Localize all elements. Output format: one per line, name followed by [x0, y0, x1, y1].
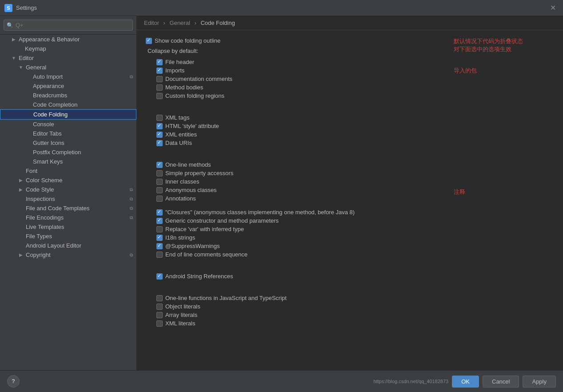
right-panel: Editor › General › Code Folding Show cod…: [137, 16, 563, 370]
sidebar-item-font[interactable]: Font: [0, 166, 136, 176]
inner-classes-label[interactable]: Inner classes: [165, 178, 200, 185]
sidebar-item-android-layout-editor[interactable]: Android Layout Editor: [0, 241, 136, 250]
imports-checkbox[interactable]: [156, 68, 163, 74]
sidebar-item-appearance[interactable]: Appearance: [0, 81, 136, 91]
simple-property-checkbox[interactable]: [156, 170, 163, 176]
inner-classes-checkbox[interactable]: [156, 179, 163, 185]
expand-arrow: ▼: [18, 65, 24, 70]
android-string-ref-label[interactable]: Android String References: [165, 273, 233, 280]
array-literals-checkbox[interactable]: [156, 312, 163, 318]
cb-row-i18n-strings: I18n strings: [156, 233, 554, 242]
one-line-js-label[interactable]: One-line functions in JavaScript and Typ…: [165, 295, 287, 301]
sidebar-item-general[interactable]: ▼ General: [0, 63, 136, 72]
anonymous-classes-label[interactable]: Anonymous classes: [165, 187, 217, 193]
one-line-js-checkbox[interactable]: [156, 295, 163, 301]
cb-row-one-line-js: One-line functions in JavaScript and Typ…: [156, 294, 554, 302]
xml-tags-checkbox[interactable]: [156, 115, 163, 121]
xml-literals-label[interactable]: XML literals: [165, 320, 195, 327]
sidebar-item-appearance-behavior[interactable]: ▶ Appearance & Behavior: [0, 35, 136, 44]
sidebar-item-file-types[interactable]: File Types: [0, 232, 136, 241]
sidebar-item-copyright[interactable]: ▶ Copyright ⧉: [0, 250, 136, 260]
show-folding-checkbox[interactable]: [146, 38, 152, 44]
sidebar-item-label: Appearance: [33, 83, 64, 89]
generic-constructor-label[interactable]: Generic constructor and method parameter…: [165, 217, 279, 224]
simple-property-label[interactable]: Simple property accessors: [165, 170, 233, 176]
annotation-line2: 对下面选中的选项生效: [454, 45, 554, 53]
custom-folding-checkbox[interactable]: [156, 93, 163, 99]
sidebar-item-keymap[interactable]: Keymap: [0, 44, 136, 53]
method-bodies-checkbox[interactable]: [156, 84, 163, 91]
closures-checkbox[interactable]: [156, 209, 163, 216]
eol-comments-checkbox[interactable]: [156, 252, 163, 258]
method-bodies-label[interactable]: Method bodies: [165, 84, 203, 91]
xml-literals-checkbox[interactable]: [156, 320, 163, 327]
sidebar-item-label: Inspections: [26, 196, 55, 202]
sidebar-item-postfix-completion[interactable]: Postfix Completion: [0, 148, 136, 157]
sidebar-item-editor-tabs[interactable]: Editor Tabs: [0, 129, 136, 138]
file-header-checkbox[interactable]: [156, 59, 163, 65]
ok-button[interactable]: OK: [452, 376, 479, 388]
sidebar-item-label: Postfix Completion: [33, 149, 81, 156]
sidebar-item-smart-keys[interactable]: Smart Keys: [0, 157, 136, 166]
cb-row-anonymous-classes: Anonymous classes: [156, 186, 443, 194]
cb-row-html-style: HTML 'style' attribute: [156, 122, 554, 130]
sidebar-item-color-scheme[interactable]: ▶ Color Scheme: [0, 176, 136, 185]
sidebar-item-label: Font: [26, 168, 37, 174]
i18n-strings-label[interactable]: I18n strings: [165, 234, 195, 241]
replace-var-label[interactable]: Replace 'var' with inferred type: [165, 226, 244, 232]
annotations-checkbox[interactable]: [156, 196, 163, 202]
data-uris-checkbox[interactable]: [156, 140, 163, 146]
android-string-ref-checkbox[interactable]: [156, 273, 163, 280]
xml-entities-checkbox[interactable]: [156, 132, 163, 138]
suppress-warnings-label[interactable]: @SuppressWarnings: [165, 243, 220, 249]
content-area: Show code folding outline Collapse by de…: [137, 30, 563, 370]
replace-var-checkbox[interactable]: [156, 226, 163, 232]
search-input[interactable]: [4, 20, 133, 31]
html-style-label[interactable]: HTML 'style' attribute: [165, 123, 219, 129]
close-button[interactable]: ✕: [547, 3, 559, 13]
generic-constructor-checkbox[interactable]: [156, 218, 163, 224]
cb-row-android-string-ref: Android String References: [156, 272, 554, 280]
doc-comments-checkbox[interactable]: [156, 76, 163, 82]
sidebar-item-code-folding[interactable]: Code Folding: [0, 109, 136, 120]
one-line-methods-checkbox[interactable]: [156, 162, 163, 168]
apply-button[interactable]: Apply: [523, 376, 556, 388]
sidebar-item-console[interactable]: Console: [0, 120, 136, 129]
object-literals-checkbox[interactable]: [156, 304, 163, 310]
data-uris-label[interactable]: Data URIs: [165, 140, 192, 146]
sidebar-item-auto-import[interactable]: Auto Import ⧉: [0, 72, 136, 81]
breadcrumb: Editor › General › Code Folding: [137, 16, 563, 30]
sidebar-item-live-templates[interactable]: Live Templates: [0, 222, 136, 232]
custom-folding-label[interactable]: Custom folding regions: [165, 92, 224, 99]
object-literals-label[interactable]: Object literals: [165, 303, 200, 310]
sidebar-item-file-code-templates[interactable]: File and Code Templates ⧉: [0, 204, 136, 213]
cancel-button[interactable]: Cancel: [483, 376, 519, 388]
sidebar-item-breadcrumbs[interactable]: Breadcrumbs: [0, 91, 136, 100]
search-wrapper: 🔍: [4, 20, 133, 31]
left-panel: 🔍 ▶ Appearance & Behavior Keymap ▼ Edito…: [0, 16, 137, 370]
doc-comments-label[interactable]: Documentation comments: [165, 76, 232, 82]
show-folding-label[interactable]: Show code folding outline: [152, 37, 220, 44]
help-button[interactable]: ?: [7, 375, 20, 388]
xml-tags-label[interactable]: XML tags: [165, 114, 189, 121]
suppress-warnings-checkbox[interactable]: [156, 243, 163, 249]
closures-label[interactable]: "Closures" (anonymous classes implementi…: [165, 209, 355, 216]
imports-label[interactable]: Imports: [165, 67, 184, 74]
sidebar-item-inspections[interactable]: Inspections ⧉: [0, 194, 136, 204]
anonymous-classes-checkbox[interactable]: [156, 187, 163, 193]
html-style-checkbox[interactable]: [156, 123, 163, 129]
breadcrumb-sep2: ›: [194, 20, 198, 26]
annotations-label[interactable]: Annotations: [165, 195, 196, 202]
sidebar-item-code-completion[interactable]: Code Completion: [0, 100, 136, 109]
one-line-methods-label[interactable]: One-line methods: [165, 161, 211, 168]
file-header-label[interactable]: File header: [165, 59, 194, 65]
i18n-strings-checkbox[interactable]: [156, 235, 163, 241]
sidebar-item-file-encodings[interactable]: File Encodings ⧉: [0, 213, 136, 222]
eol-comments-label[interactable]: End of line comments sequence: [165, 251, 248, 258]
annotation-imports: 导入的包: [454, 67, 554, 75]
sidebar-item-gutter-icons[interactable]: Gutter Icons: [0, 138, 136, 148]
array-literals-label[interactable]: Array literals: [165, 312, 197, 318]
xml-entities-label[interactable]: XML entities: [165, 131, 197, 138]
sidebar-item-editor[interactable]: ▼ Editor: [0, 53, 136, 63]
sidebar-item-code-style[interactable]: ▶ Code Style ⧉: [0, 185, 136, 194]
